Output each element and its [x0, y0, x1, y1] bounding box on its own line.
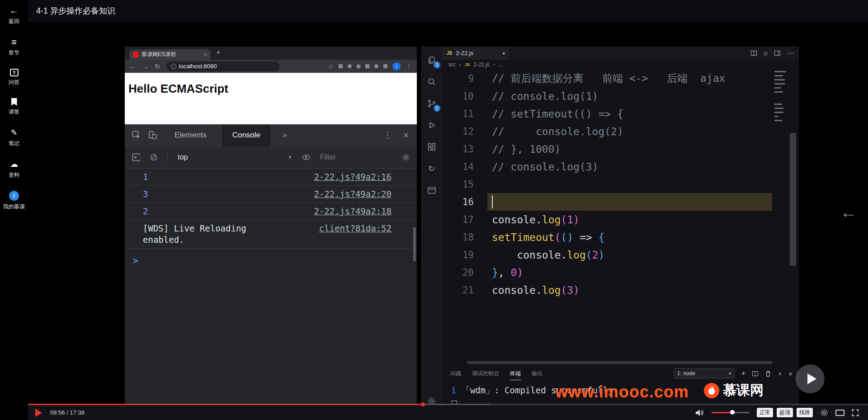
extension-icon[interactable] [348, 64, 352, 68]
settings-gear-icon[interactable] [820, 409, 828, 417]
device-toolbar-icon[interactable] [148, 131, 157, 140]
browser-menu-icon[interactable]: ⋮ [406, 62, 412, 71]
play-button[interactable] [35, 409, 42, 417]
volume-icon[interactable] [695, 409, 704, 416]
code-line[interactable]: 15 [442, 175, 773, 193]
more-actions-icon[interactable]: ⋯ [787, 49, 794, 57]
new-tab-button[interactable]: + [216, 48, 221, 57]
run-file-icon[interactable]: ◇ [764, 50, 768, 57]
tab-close-icon[interactable]: × [203, 51, 207, 58]
volume-slider[interactable] [712, 412, 750, 413]
bookmark-star-icon[interactable]: ☆ [328, 63, 334, 70]
source-control-icon[interactable]: 2 [421, 94, 442, 113]
address-bar[interactable]: i localhost:8080 [166, 61, 279, 71]
kill-terminal-icon[interactable] [765, 370, 771, 377]
settings-gear-icon[interactable] [402, 153, 410, 161]
terminal-selector[interactable]: 1: node ▾ [674, 368, 735, 378]
breadcrumb[interactable]: src › JS 2-22.js › ... [442, 60, 503, 70]
collapse-panel-arrow[interactable]: ← [840, 203, 857, 222]
code-line[interactable]: 11// setTimeout(() => { [442, 105, 773, 123]
breadcrumb-folder[interactable]: src [448, 61, 456, 68]
editor-tab[interactable]: JS 2-22.js ● [442, 47, 510, 60]
filter-input[interactable] [320, 153, 392, 161]
code-line[interactable]: 12// console.log(2) [442, 123, 773, 140]
quality-button[interactable]: 正常 [757, 408, 773, 417]
sidebar-item-materials[interactable]: 资料 [9, 159, 19, 179]
editor-scrollbar[interactable] [790, 70, 796, 367]
search-icon[interactable] [421, 73, 442, 91]
code-line[interactable]: 19 console.log(2) [442, 246, 773, 264]
unsaved-dot-icon[interactable]: ● [503, 51, 505, 56]
console-source-link[interactable]: 2-22.js?49a2:18 [314, 206, 392, 217]
tab-elements[interactable]: Elements [175, 131, 207, 140]
code-line[interactable]: 16 [442, 193, 773, 211]
extension-icon[interactable] [339, 64, 343, 68]
back-icon[interactable]: ← [129, 62, 136, 70]
code-line[interactable]: 17console.log(1) [442, 211, 773, 228]
code-line[interactable]: 10// console.log(1) [442, 87, 773, 105]
live-preview-icon[interactable] [421, 181, 442, 199]
theater-mode-icon[interactable] [835, 410, 844, 416]
extension-icon[interactable] [356, 64, 361, 69]
console-prompt[interactable]: > [125, 249, 417, 266]
extension-icon[interactable] [383, 64, 387, 68]
fullscreen-icon[interactable] [852, 409, 859, 416]
console-source-link[interactable]: 2-22.js?49a2:20 [314, 189, 392, 200]
sidebar-item-bookmark[interactable]: 课签 [9, 98, 19, 116]
split-terminal-icon[interactable] [752, 371, 758, 376]
context-selector[interactable]: top ▼ [178, 153, 292, 161]
explorer-icon[interactable]: 1 [421, 51, 442, 69]
sidebar-item-mycourse[interactable]: i我的慕课 [3, 191, 25, 211]
run-debug-icon[interactable] [421, 116, 442, 134]
sidebar-item-chapters[interactable]: 章节 [9, 37, 19, 57]
devtools-menu-icon[interactable]: ⋮ [383, 130, 392, 140]
sidebar-item-notes[interactable]: 笔记 [9, 127, 19, 147]
maximize-panel-icon[interactable]: ∧ [778, 371, 782, 377]
more-tabs-icon[interactable]: » [283, 131, 287, 140]
floating-play-button[interactable] [796, 364, 825, 393]
sidebar-item-qa[interactable]: ?问答 [9, 69, 19, 86]
panel-tab[interactable]: 终端 [510, 367, 521, 380]
eye-icon[interactable] [302, 154, 310, 160]
devtools-close-icon[interactable]: × [403, 130, 409, 141]
quality-button[interactable]: 线路 [797, 408, 813, 417]
layout-icon[interactable] [774, 51, 780, 56]
scrollbar-thumb[interactable] [790, 133, 796, 266]
extensions-icon[interactable] [421, 138, 442, 156]
breadcrumb-more[interactable]: ... [499, 61, 503, 68]
profile-avatar[interactable]: i [392, 62, 401, 71]
console-source-link[interactable]: 2-22.js?49a2:16 [314, 171, 392, 183]
devtools-scrollbar[interactable] [413, 227, 416, 261]
console-source-link[interactable]: client?81da:52 [319, 223, 392, 234]
split-editor-icon[interactable] [751, 51, 757, 56]
panel-tab[interactable]: 输出 [532, 367, 542, 380]
new-terminal-icon[interactable]: + [741, 369, 745, 378]
close-panel-icon[interactable]: × [788, 370, 793, 378]
editor-hscrollbar[interactable] [467, 361, 773, 364]
extension-icon[interactable] [374, 64, 378, 68]
volume-knob[interactable] [730, 410, 735, 415]
tab-console[interactable]: Console [222, 124, 271, 146]
console-sidebar-icon[interactable] [132, 153, 140, 161]
code-line[interactable]: 13// }, 1000) [442, 140, 773, 158]
quality-button[interactable]: 超清 [777, 408, 793, 417]
site-info-icon[interactable]: i [171, 64, 176, 69]
code-line[interactable]: 18setTimeout(() => { [442, 228, 773, 246]
inspect-icon[interactable] [132, 131, 141, 140]
code-line[interactable]: 14// console.log(3) [442, 158, 773, 175]
code-line[interactable]: 20}, 0) [442, 264, 773, 281]
video-stage[interactable]: 慕课网ES课程 × + ← → ↻ i localhost:8080 ☆ [28, 22, 868, 404]
code-line[interactable]: 9// 前后端数据分离 前端 <-> 后端 ajax [442, 70, 773, 87]
breadcrumb-file[interactable]: 2-22.js [473, 61, 490, 68]
forward-icon[interactable]: → [142, 62, 149, 70]
reload-icon[interactable]: ↻ [155, 62, 160, 71]
browser-tab[interactable]: 慕课网ES课程 × [129, 49, 211, 60]
extension-icon[interactable] [365, 64, 369, 68]
clear-console-icon[interactable] [150, 153, 157, 161]
sidebar-item-back[interactable]: 返回 [9, 5, 19, 25]
code-line[interactable]: 21console.log(3) [442, 281, 773, 299]
panel-tab[interactable]: 问题 [450, 367, 461, 380]
panel-tab[interactable]: 调试控制台 [472, 367, 499, 380]
remote-sync-icon[interactable]: ↻ [421, 160, 442, 178]
minimap[interactable] [774, 71, 787, 124]
